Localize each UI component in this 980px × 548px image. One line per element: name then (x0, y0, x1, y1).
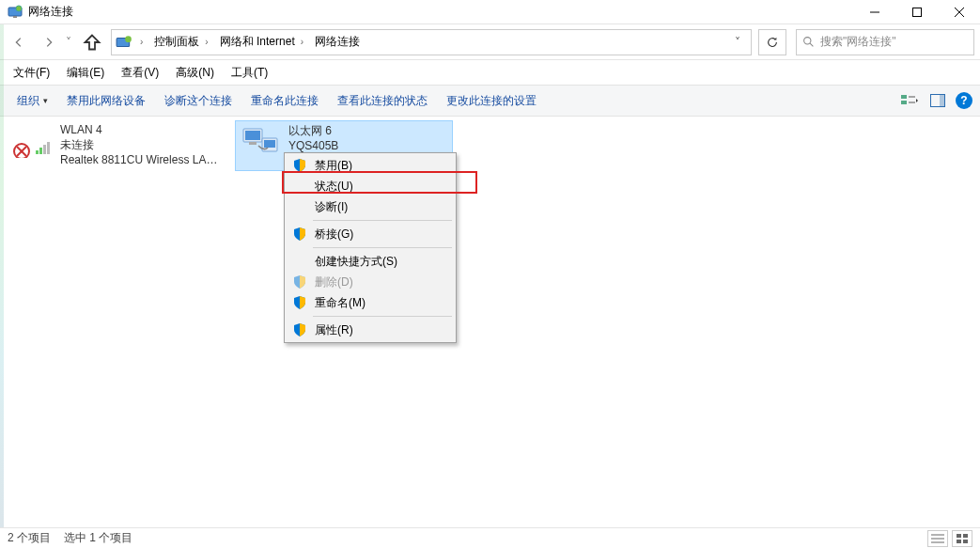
svg-rect-28 (264, 140, 275, 148)
menu-view[interactable]: 查看(V) (114, 61, 166, 85)
svg-point-2 (16, 6, 22, 11)
close-button[interactable] (938, 0, 980, 23)
svg-rect-32 (957, 534, 961, 538)
forward-button[interactable] (36, 29, 62, 55)
wifi-icon (9, 122, 54, 160)
ctx-disable[interactable]: 禁用(B) (287, 155, 454, 176)
ctx-diagnose[interactable]: 诊断(I) (287, 196, 454, 217)
svg-rect-33 (963, 534, 968, 538)
svg-rect-11 (901, 95, 907, 99)
chevron-right-icon: › (205, 37, 208, 47)
breadcrumb-item[interactable]: 控制面板› (150, 34, 211, 50)
connection-item-wlan[interactable]: WLAN 4 未连接 Realtek 8811CU Wireless LAN .… (8, 120, 226, 169)
ctx-properties[interactable]: 属性(R) (287, 320, 454, 340)
window-title: 网络连接 (28, 4, 853, 20)
menu-bar: 文件(F) 编辑(E) 查看(V) 高级(N) 工具(T) (0, 60, 980, 85)
icons-view-button[interactable] (952, 530, 972, 547)
address-dropdown[interactable]: ˅ (730, 36, 745, 49)
svg-point-9 (804, 38, 811, 44)
cmd-view-status[interactable]: 查看此连接的状态 (328, 89, 437, 113)
context-menu: 禁用(B) 状态(U) 诊断(I) 桥接(G) 创建快捷方式(S) 删除(D) … (284, 152, 457, 343)
content-area: WLAN 4 未连接 Realtek 8811CU Wireless LAN .… (0, 117, 980, 527)
separator (313, 247, 452, 248)
titlebar: 网络连接 (0, 0, 980, 24)
refresh-button[interactable] (758, 29, 786, 55)
svg-rect-4 (912, 8, 921, 16)
connection-name: WLAN 4 (60, 122, 224, 137)
svg-rect-20 (47, 142, 50, 154)
shield-icon (292, 295, 307, 310)
chevron-down-icon: ▾ (43, 96, 48, 105)
ctx-rename[interactable]: 重命名(M) (287, 292, 454, 313)
decorative-edge (0, 24, 4, 527)
app-icon (8, 5, 23, 20)
shield-icon (292, 322, 307, 337)
ctx-shortcut[interactable]: 创建快捷方式(S) (287, 251, 454, 272)
search-input[interactable]: 搜索"网络连接" (796, 29, 974, 55)
details-view-button[interactable] (927, 530, 948, 547)
svg-rect-26 (249, 142, 257, 145)
svg-rect-17 (36, 150, 39, 154)
separator (313, 316, 452, 317)
up-button[interactable] (81, 31, 103, 54)
breadcrumb-item[interactable]: 网络连接 (311, 34, 364, 50)
svg-rect-19 (43, 145, 46, 154)
menu-advanced[interactable]: 高级(N) (168, 61, 222, 85)
breadcrumb-item[interactable]: 网络和 Internet› (216, 34, 307, 50)
view-options-button[interactable] (899, 90, 920, 111)
status-count: 2 个项目 (8, 530, 51, 546)
cmd-rename[interactable]: 重命名此连接 (241, 89, 328, 113)
ctx-bridge[interactable]: 桥接(G) (287, 224, 454, 244)
shield-icon (292, 158, 307, 173)
svg-rect-1 (13, 16, 17, 18)
navigation-bar: ˅ › 控制面板› 网络和 Internet› 网络连接 ˅ 搜索"网络连接" (0, 24, 980, 60)
ctx-delete: 删除(D) (287, 272, 454, 292)
maximize-button[interactable] (895, 0, 938, 23)
status-selected: 选中 1 个项目 (64, 530, 132, 546)
cmd-disable-device[interactable]: 禁用此网络设备 (57, 89, 155, 113)
status-bar: 2 个项目 选中 1 个项目 (0, 527, 980, 548)
search-placeholder: 搜索"网络连接" (820, 34, 896, 50)
location-icon (116, 34, 132, 51)
shield-icon (292, 227, 307, 242)
chevron-right-icon: › (140, 37, 143, 47)
svg-rect-35 (963, 540, 968, 543)
cmd-organize[interactable]: 组织▾ (8, 89, 57, 113)
shield-icon (292, 274, 307, 290)
menu-edit[interactable]: 编辑(E) (59, 61, 112, 85)
command-bar: 组织▾ 禁用此网络设备 诊断这个连接 重命名此连接 查看此连接的状态 更改此连接… (0, 85, 980, 117)
svg-point-8 (125, 36, 132, 42)
svg-line-10 (810, 43, 813, 46)
menu-tools[interactable]: 工具(T) (224, 61, 275, 85)
address-bar[interactable]: › 控制面板› 网络和 Internet› 网络连接 ˅ (111, 29, 752, 55)
back-button[interactable] (6, 29, 32, 55)
connection-device: Realtek 8811CU Wireless LAN ... (60, 152, 224, 167)
svg-rect-12 (901, 101, 907, 104)
cmd-diagnose[interactable]: 诊断这个连接 (155, 89, 241, 113)
svg-rect-25 (245, 131, 260, 140)
connection-status: 未连接 (60, 137, 224, 152)
cmd-change-settings[interactable]: 更改此连接的设置 (437, 89, 546, 113)
preview-pane-button[interactable] (927, 90, 948, 111)
connection-name: 以太网 6 (288, 123, 338, 138)
minimize-button[interactable] (853, 0, 895, 23)
svg-rect-18 (39, 148, 42, 154)
menu-file[interactable]: 文件(F) (6, 61, 57, 85)
help-button[interactable]: ? (956, 92, 972, 109)
connection-status: YQS405B (288, 138, 338, 153)
chevron-right-icon: › (301, 37, 303, 47)
search-icon (802, 36, 815, 48)
ethernet-icon (238, 123, 283, 161)
ctx-status[interactable]: 状态(U) (287, 176, 454, 196)
history-dropdown[interactable]: ˅ (66, 36, 77, 49)
svg-rect-34 (957, 540, 961, 543)
separator (313, 220, 452, 221)
svg-rect-16 (940, 95, 945, 107)
